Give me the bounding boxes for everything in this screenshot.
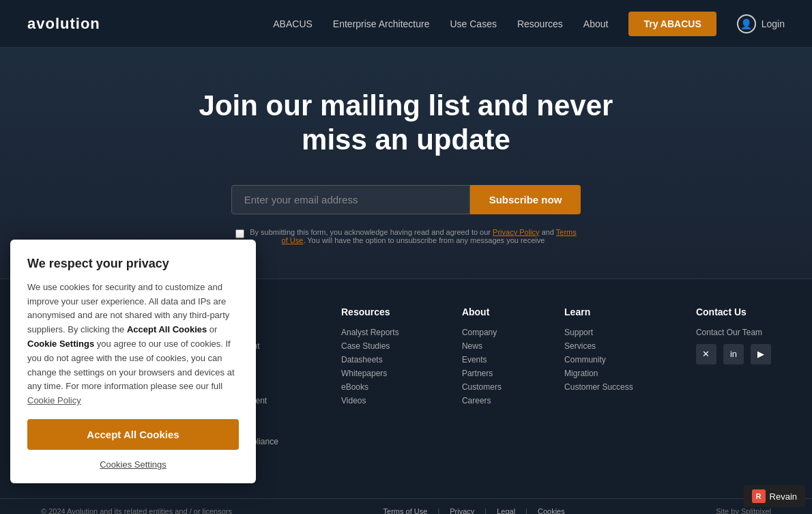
cookies-settings-button[interactable]: Cookies Settings bbox=[27, 459, 239, 470]
list-item[interactable]: Customer Success bbox=[564, 382, 633, 392]
footer-col-learn: Learn Support Services Community Migrati… bbox=[564, 306, 633, 478]
user-icon: 👤 bbox=[737, 14, 756, 33]
subscribe-form: Subscribe now bbox=[14, 185, 798, 214]
footer-col-title-learn: Learn bbox=[564, 306, 633, 317]
nav-abacus[interactable]: ABACUS bbox=[273, 18, 313, 29]
list-item[interactable]: Partners bbox=[462, 369, 502, 378]
list-item[interactable]: Migration bbox=[564, 369, 633, 378]
list-item[interactable]: Videos bbox=[341, 396, 399, 405]
legal-link[interactable]: Legal bbox=[497, 507, 515, 514]
login-label: Login bbox=[762, 18, 785, 29]
consent-checkbox[interactable] bbox=[235, 229, 244, 238]
cookie-body-text: We use cookies for security and to custo… bbox=[27, 281, 239, 408]
list-item[interactable]: Support bbox=[564, 328, 633, 337]
nav-enterprise-architecture[interactable]: Enterprise Architecture bbox=[333, 18, 430, 29]
footer-col-title-contact: Contact Us bbox=[696, 306, 771, 317]
list-item[interactable]: Community bbox=[564, 355, 633, 365]
consent-area: By submitting this form, you acknowledge… bbox=[235, 228, 577, 244]
social-icons: ✕ in ▶ bbox=[696, 344, 771, 365]
revain-badge[interactable]: R Revain bbox=[744, 485, 805, 507]
cookie-title: We respect your privacy bbox=[27, 257, 239, 271]
list-item[interactable]: Company bbox=[462, 328, 502, 337]
cookie-banner: We respect your privacy We use cookies f… bbox=[10, 240, 256, 483]
footer-col-contact: Contact Us Contact Our Team ✕ in ▶ bbox=[696, 306, 771, 478]
list-item[interactable]: Datasheets bbox=[341, 355, 399, 365]
site-by: Site by Splitpixel bbox=[716, 507, 771, 514]
hero-title: Join our mailing list and never miss an … bbox=[167, 89, 645, 158]
footer-col-resources: Resources Analyst Reports Case Studies D… bbox=[341, 306, 399, 478]
privacy-link[interactable]: Privacy bbox=[450, 507, 474, 514]
twitter-icon[interactable]: ✕ bbox=[696, 344, 716, 365]
header: avolution ABACUS Enterprise Architecture… bbox=[0, 0, 812, 48]
footer-col-title-resources: Resources bbox=[341, 306, 399, 317]
copyright-text: © 2024 Avolution and its related entitie… bbox=[41, 507, 232, 514]
try-abacus-button[interactable]: Try ABACUS bbox=[628, 12, 716, 36]
footer-links: Terms of Use | Privacy | Legal | Cookies bbox=[383, 507, 565, 514]
nav-about[interactable]: About bbox=[583, 18, 609, 29]
nav-resources[interactable]: Resources bbox=[517, 18, 563, 29]
logo: avolution bbox=[27, 15, 100, 33]
navigation: ABACUS Enterprise Architecture Use Cases… bbox=[273, 12, 785, 36]
list-item[interactable]: News bbox=[462, 341, 502, 351]
revain-icon: R bbox=[752, 489, 766, 503]
cookie-settings-bold: Cookie Settings bbox=[27, 339, 94, 349]
login-area[interactable]: 👤 Login bbox=[737, 14, 785, 33]
nav-use-cases[interactable]: Use Cases bbox=[450, 18, 496, 29]
email-input[interactable] bbox=[231, 185, 470, 214]
accept-all-cookies-button[interactable]: Accept All Cookies bbox=[27, 419, 239, 450]
linkedin-icon[interactable]: in bbox=[723, 344, 744, 365]
list-item[interactable]: Contact Our Team bbox=[696, 328, 771, 337]
consent-text: By submitting this form, you acknowledge… bbox=[250, 228, 577, 244]
cookie-policy-link[interactable]: Cookie Policy bbox=[27, 395, 81, 405]
list-item[interactable]: Events bbox=[462, 355, 502, 365]
privacy-policy-link[interactable]: Privacy Policy bbox=[493, 228, 539, 236]
list-item[interactable]: Case Studies bbox=[341, 341, 399, 351]
list-item[interactable]: eBooks bbox=[341, 382, 399, 392]
list-item[interactable]: Analyst Reports bbox=[341, 328, 399, 337]
footer-col-title-about: About bbox=[462, 306, 502, 317]
terms-link[interactable]: Terms of Use bbox=[383, 507, 428, 514]
footer-col-about: About Company News Events Partners Custo… bbox=[462, 306, 502, 478]
list-item[interactable]: Whitepapers bbox=[341, 369, 399, 378]
list-item[interactable]: Customers bbox=[462, 382, 502, 392]
revain-label: Revain bbox=[770, 491, 797, 502]
accept-all-bold: Accept All Cookies bbox=[127, 324, 207, 334]
subscribe-button[interactable]: Subscribe now bbox=[470, 185, 581, 214]
footer-bottom: © 2024 Avolution and its related entitie… bbox=[0, 498, 812, 514]
youtube-icon[interactable]: ▶ bbox=[751, 344, 771, 365]
list-item[interactable]: Careers bbox=[462, 396, 502, 405]
list-item[interactable]: Services bbox=[564, 341, 633, 351]
cookies-link[interactable]: Cookies bbox=[538, 507, 565, 514]
